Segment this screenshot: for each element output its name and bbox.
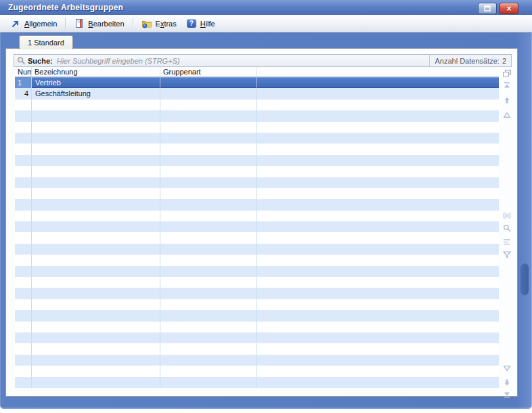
table-row[interactable] [15, 244, 499, 255]
title-bar: Zugeordnete Arbeitsgruppen × [0, 0, 532, 15]
cell-rest [257, 299, 499, 310]
cell-rest [257, 310, 499, 321]
cell-grp [160, 310, 257, 321]
side-toolbar [500, 67, 514, 393]
cell-grp [160, 155, 257, 166]
table-row[interactable] [15, 343, 499, 354]
cell-grp [160, 177, 257, 188]
header-bezeichnung[interactable]: Bezeichnung [32, 67, 160, 77]
header-gruppenart[interactable]: Gruppenart [160, 67, 257, 77]
table-row[interactable] [15, 221, 499, 232]
table-row[interactable] [15, 266, 499, 277]
cell-num [15, 255, 32, 265]
header-num[interactable]: Num [15, 67, 32, 77]
cell-rest [257, 277, 499, 288]
cell-num [15, 144, 32, 154]
cell-bez [32, 377, 160, 388]
search-input[interactable]: Suche: Hier Suchbegriff eingeben (STRG+S… [14, 54, 512, 67]
table-row[interactable] [15, 366, 499, 376]
table-row[interactable] [15, 144, 499, 154]
table-row[interactable] [15, 211, 499, 221]
table-row[interactable]: 1Vertrieb [15, 77, 499, 88]
cell-num [15, 122, 32, 133]
table-row[interactable] [15, 188, 499, 199]
cell-bez [32, 266, 160, 277]
column-options-icon[interactable] [500, 211, 514, 220]
cell-bez [32, 155, 160, 166]
menu-item-hilfe[interactable]: ? Hilfe [181, 17, 220, 30]
cell-bez [32, 188, 160, 199]
scroll-last-icon[interactable] [500, 390, 514, 399]
cell-rest [257, 288, 499, 299]
maximize-button[interactable] [478, 3, 497, 14]
cell-num [15, 199, 32, 210]
content-panel: Suche: Hier Suchbegriff eingeben (STRG+S… [5, 48, 518, 397]
table-row[interactable] [15, 299, 499, 310]
close-icon: × [506, 5, 511, 13]
table-row[interactable] [15, 166, 499, 177]
table-row[interactable] [15, 355, 499, 366]
menu-item-bearbeiten[interactable]: Bearbeiten [69, 17, 129, 30]
table-row[interactable] [15, 310, 499, 321]
cell-rest [257, 122, 499, 133]
menu-separator [133, 18, 133, 29]
cell-num [15, 211, 32, 221]
cell-bez [32, 310, 160, 321]
copy-rows-icon[interactable] [500, 68, 514, 78]
table-row[interactable] [15, 232, 499, 243]
table-row[interactable] [15, 377, 499, 388]
cell-num [15, 100, 32, 110]
table-row[interactable]: 4Geschäftsleitung [15, 88, 499, 99]
cell-num [15, 266, 32, 277]
cell-bez [32, 366, 160, 376]
maximize-icon [484, 5, 491, 12]
row-up-icon[interactable] [500, 95, 514, 105]
header-empty[interactable] [257, 67, 499, 77]
sum-icon[interactable] [500, 237, 514, 246]
tab-standard[interactable]: 1 Standard [19, 35, 73, 49]
page-up-icon[interactable] [500, 110, 514, 120]
scroll-first-icon[interactable] [500, 81, 514, 90]
table-row[interactable] [15, 288, 499, 299]
table-row[interactable] [15, 177, 499, 188]
close-button[interactable]: × [500, 3, 518, 14]
cell-grp [160, 343, 257, 354]
cell-rest [257, 244, 499, 255]
cell-bez [32, 232, 160, 243]
table-row[interactable] [15, 133, 499, 144]
cell-num [15, 355, 32, 366]
table-row[interactable] [15, 199, 499, 210]
cell-rest [257, 322, 499, 332]
page-down-icon[interactable] [500, 364, 514, 373]
cell-grp [160, 199, 257, 210]
cell-rest [257, 100, 499, 110]
cell-bez [32, 221, 160, 232]
cell-bez [32, 343, 160, 354]
filter-icon[interactable] [500, 250, 514, 259]
table-row[interactable] [15, 332, 499, 343]
cell-rest [257, 366, 499, 376]
table-row[interactable] [15, 110, 499, 121]
scrollbar-thumb[interactable] [520, 263, 529, 295]
menu-separator [65, 18, 66, 29]
table-row[interactable] [15, 322, 499, 332]
cell-num [15, 277, 32, 288]
table-row[interactable] [15, 255, 499, 265]
search-placeholder: Hier Suchbegriff eingeben (STRG+S) [57, 57, 180, 65]
menu-item-extras[interactable]: Extras [137, 17, 181, 30]
table-body: 1Vertrieb4Geschäftsleitung [15, 77, 499, 389]
cell-rest [257, 377, 499, 388]
row-down-icon[interactable] [500, 378, 514, 387]
search-list-icon[interactable] [500, 223, 514, 233]
dialog-window: Zugeordnete Arbeitsgruppen × Allgemein [0, 0, 532, 413]
menu-item-allgemein[interactable]: Allgemein [5, 17, 62, 30]
cell-bez [32, 299, 160, 310]
cell-num: 1 [15, 77, 32, 88]
table-row[interactable] [15, 155, 499, 166]
table-row[interactable] [15, 122, 499, 133]
table-row[interactable] [15, 100, 499, 110]
folder-tools-icon [141, 18, 152, 29]
table-row[interactable] [15, 277, 499, 288]
cell-grp [160, 211, 257, 221]
cell-bez [32, 277, 160, 288]
